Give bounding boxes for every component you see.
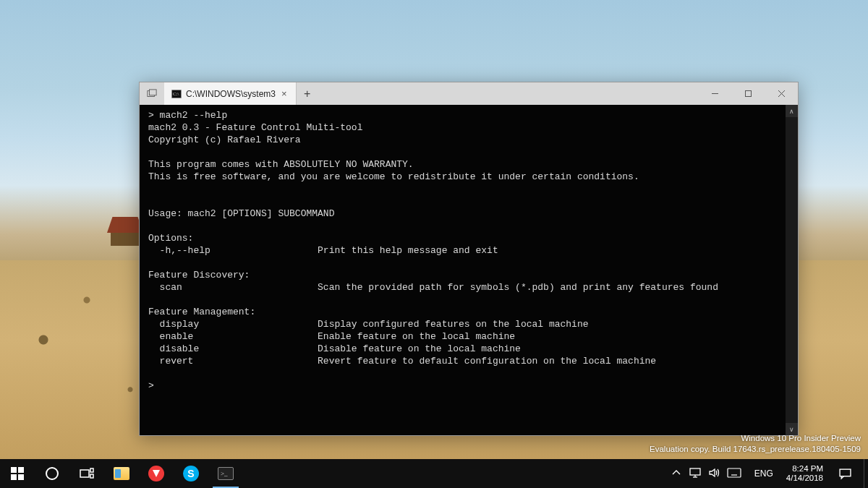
scroll-up-arrow[interactable]: ∧ (786, 105, 798, 117)
tray-keyboard-icon[interactable] (727, 468, 741, 480)
task-view-button[interactable] (69, 459, 104, 488)
svg-rect-3 (745, 91, 751, 97)
clock-time: 8:24 PM (786, 464, 823, 474)
svg-rect-13 (690, 468, 700, 475)
action-center-button[interactable] (830, 468, 859, 480)
svg-rect-9 (18, 474, 24, 480)
terminal-output[interactable]: > mach2 --help mach2 0.3 - Feature Contr… (140, 105, 786, 435)
cortana-button[interactable] (35, 459, 69, 488)
clock-date: 4/14/2018 (786, 474, 823, 483)
tab-thumbnails-button[interactable] (140, 82, 164, 105)
scroll-track[interactable] (786, 117, 798, 423)
windows-icon (9, 465, 26, 482)
svg-rect-6 (11, 467, 17, 473)
terminal-window: C:\WINDOWS\system3 × + > mach2 --help ma… (139, 82, 799, 436)
skype-icon: S (182, 465, 200, 482)
watermark-line1: Windows 10 Pro Insider Preview (650, 433, 861, 444)
taskbar: S ENG 8:24 PM 4/14/2018 (0, 459, 868, 488)
svg-rect-1 (150, 89, 157, 95)
svg-rect-10 (80, 470, 89, 477)
window-titlebar[interactable]: C:\WINDOWS\system3 × + (140, 82, 798, 105)
windows-watermark: Windows 10 Pro Insider Preview Evaluatio… (650, 433, 861, 455)
tray-overflow-button[interactable] (671, 467, 682, 481)
svg-rect-8 (11, 474, 17, 480)
terminal-icon (217, 465, 234, 482)
start-button[interactable] (0, 459, 35, 488)
tray-display-icon[interactable] (689, 467, 701, 481)
taskbar-app-skype[interactable]: S (174, 459, 208, 488)
vivaldi-icon (148, 465, 165, 482)
tab-title: C:\WINDOWS\system3 (186, 89, 276, 99)
tab-close-button[interactable]: × (280, 88, 289, 99)
close-button[interactable] (765, 82, 798, 105)
svg-rect-7 (18, 467, 24, 473)
cortana-icon (43, 465, 61, 482)
taskbar-app-vivaldi[interactable] (139, 459, 174, 488)
svg-rect-23 (840, 469, 851, 476)
file-explorer-icon (113, 465, 130, 482)
svg-rect-11 (90, 468, 93, 472)
svg-rect-16 (728, 468, 741, 477)
language-indicator[interactable]: ENG (749, 468, 779, 479)
show-desktop-button[interactable] (864, 459, 868, 488)
system-tray (663, 467, 749, 481)
taskbar-clock[interactable]: 8:24 PM 4/14/2018 (779, 464, 830, 483)
new-tab-button[interactable]: + (297, 82, 318, 105)
titlebar-drag-region[interactable] (318, 82, 698, 105)
task-view-icon (78, 465, 95, 482)
cmd-icon (171, 90, 182, 98)
taskbar-app-terminal[interactable] (208, 459, 243, 488)
tab-cmd[interactable]: C:\WINDOWS\system3 × (164, 82, 297, 105)
minimize-button[interactable] (698, 82, 731, 105)
watermark-line2: Evaluation copy. Build 17643.rs_prerelea… (650, 444, 861, 455)
terminal-scrollbar[interactable]: ∧ ∨ (786, 105, 798, 435)
tray-volume-icon[interactable] (708, 467, 720, 481)
maximize-button[interactable] (731, 82, 765, 105)
desktop-wallpaper-hut (107, 217, 143, 246)
taskbar-app-explorer[interactable] (104, 459, 139, 488)
svg-rect-12 (90, 474, 93, 478)
